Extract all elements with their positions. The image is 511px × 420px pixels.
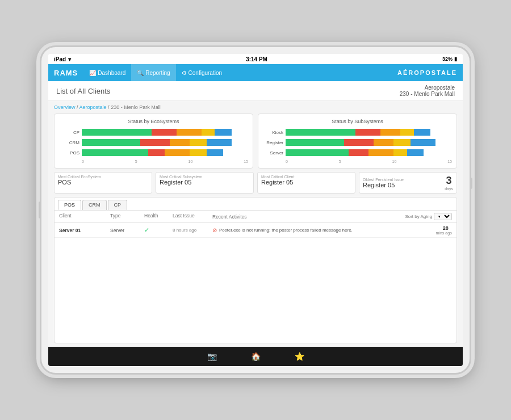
tablet-volume-button[interactable] bbox=[470, 178, 472, 189]
reporting-icon: 🔍 bbox=[137, 70, 144, 76]
bar-register bbox=[286, 139, 452, 146]
bar-crm-red bbox=[140, 139, 170, 146]
metric-oldest-issue: Oldest Persistent Issue Register 05 3 da… bbox=[359, 172, 457, 194]
ipad-label: iPad bbox=[54, 56, 66, 62]
bar-label-register: Register bbox=[263, 140, 283, 145]
metrics-row: Most Critical EcoSystem POS Most Critica… bbox=[54, 172, 457, 194]
nav-dashboard[interactable]: 📈 Dashboard bbox=[83, 64, 131, 81]
nav-dashboard-label: Dashboard bbox=[98, 70, 125, 76]
battery-label: 32% bbox=[442, 56, 453, 62]
row-type: Server bbox=[110, 228, 144, 233]
chart-subsystems: Status by SubSystems Kiosk bbox=[258, 114, 457, 169]
breadcrumb-location: 230 - Menlo Park Mall bbox=[111, 104, 161, 110]
bar-row-kiosk: Kiosk bbox=[263, 129, 452, 136]
bar-crm-blue bbox=[207, 139, 232, 146]
metric-client-value: Register 05 bbox=[261, 179, 351, 186]
header-bar: List of All Clients Aeropostale 230 - Me… bbox=[48, 81, 463, 101]
metric-critical-client: Most Critical Client Register 05 bbox=[257, 172, 355, 194]
bar-cp-yellow bbox=[202, 129, 215, 136]
camera-icon[interactable]: 📷 bbox=[207, 352, 217, 361]
breadcrumb-overview[interactable]: Overview bbox=[54, 104, 76, 110]
tabs-section: POS CRM CP Client Type Health Last Issue… bbox=[54, 197, 457, 343]
chart-ecosystems-title: Status by EcoSystems bbox=[59, 119, 248, 124]
bar-pos-blue bbox=[207, 149, 223, 156]
bar-kiosk bbox=[286, 129, 452, 136]
nav-reporting-label: Reporting bbox=[145, 70, 170, 76]
bar-label-cp: CP bbox=[59, 130, 79, 135]
bar-crm-orange bbox=[170, 139, 190, 146]
bar-kiosk-yellow bbox=[400, 129, 413, 136]
row-client: Server 01 bbox=[59, 228, 110, 233]
wifi-icon: ▾ bbox=[68, 56, 71, 62]
company-name: Aeropostale bbox=[400, 85, 455, 91]
bar-cp-red bbox=[152, 129, 177, 136]
row-activity: ⊘ Poster.exe is not running: the poster … bbox=[212, 225, 452, 235]
bar-server-yellow bbox=[393, 149, 407, 156]
activity-error-icon: ⊘ bbox=[212, 227, 217, 233]
bar-crm-green bbox=[82, 139, 140, 146]
config-icon: ⚙ bbox=[182, 70, 187, 76]
bar-server-blue bbox=[407, 149, 424, 156]
metric-eco-value: POS bbox=[58, 179, 148, 186]
col-header-health: Health bbox=[144, 213, 173, 220]
home-icon[interactable]: 🏠 bbox=[251, 352, 261, 361]
bar-register-orange bbox=[374, 139, 393, 146]
bar-label-server: Server bbox=[263, 150, 283, 156]
nav-reporting[interactable]: 🔍 Reporting bbox=[131, 64, 175, 81]
breadcrumb-aeropostale[interactable]: Aeropostale bbox=[79, 104, 107, 110]
metric-client-label: Most Critical Client bbox=[261, 175, 351, 179]
sort-dropdown[interactable]: ▾ bbox=[434, 213, 452, 220]
tab-cp[interactable]: CP bbox=[108, 200, 128, 210]
metric-sub-value: Register 05 bbox=[160, 179, 250, 186]
status-right: 32% ▮ bbox=[442, 56, 457, 62]
bar-server-green bbox=[286, 149, 349, 156]
x-axis-left: 0 5 10 15 bbox=[82, 159, 248, 163]
x-axis-right: 0 5 10 15 bbox=[286, 159, 452, 163]
bar-row-server: Server bbox=[263, 149, 452, 156]
bar-cp-blue bbox=[215, 129, 231, 136]
activity-time: 28 bbox=[439, 225, 452, 231]
metric-critical-subsystem: Most Critical Subsystem Register 05 bbox=[156, 172, 254, 194]
metric-critical-ecosystem: Most Critical EcoSystem POS bbox=[54, 172, 152, 194]
chart-subsystems-area: Kiosk Register bbox=[263, 129, 452, 163]
activity-label: Recent Activites bbox=[212, 214, 246, 220]
dashboard-icon: 📈 bbox=[89, 70, 96, 76]
bar-server bbox=[286, 149, 452, 156]
bar-kiosk-blue bbox=[414, 129, 430, 136]
tab-crm[interactable]: CRM bbox=[82, 200, 107, 210]
row-health: ✓ bbox=[144, 226, 173, 234]
metric-issue-label: Oldest Persistent Issue bbox=[363, 178, 404, 182]
row-issue: 8 hours ago bbox=[173, 228, 212, 233]
bar-pos-red bbox=[148, 149, 165, 156]
metric-days-count: 3 bbox=[445, 175, 453, 187]
status-left: iPad ▾ bbox=[54, 56, 71, 62]
breadcrumb: Overview / Aeropostale / 230 - Menlo Par… bbox=[54, 104, 457, 110]
activity-text: Poster.exe is not running: the poster pr… bbox=[219, 228, 434, 233]
tablet-side-button[interactable] bbox=[39, 201, 41, 219]
bar-register-green bbox=[286, 139, 344, 146]
bar-pos-yellow bbox=[190, 149, 206, 156]
status-time: 3:14 PM bbox=[246, 56, 267, 62]
bar-crm bbox=[82, 139, 248, 146]
nav-configuration[interactable]: ⚙ Configuration bbox=[176, 64, 228, 81]
tab-pos[interactable]: POS bbox=[58, 200, 81, 210]
metric-eco-label: Most Critical EcoSystem bbox=[58, 175, 148, 179]
bar-pos-green bbox=[82, 149, 148, 156]
bar-label-pos: POS bbox=[59, 150, 79, 156]
nav-brand: RAMS bbox=[54, 69, 78, 77]
chart-subsystems-title: Status by SubSystems bbox=[263, 119, 452, 124]
bar-pos-orange bbox=[165, 149, 190, 156]
metric-issue-value: Register 05 bbox=[363, 182, 404, 188]
bar-kiosk-green bbox=[286, 129, 355, 136]
location-name: 230 - Menlo Park Mall bbox=[400, 91, 455, 97]
bar-kiosk-red bbox=[355, 129, 380, 136]
main-content: Overview / Aeropostale / 230 - Menlo Par… bbox=[48, 101, 463, 347]
favorites-icon[interactable]: ⭐ bbox=[295, 352, 304, 361]
bar-register-blue bbox=[411, 139, 435, 146]
col-header-activity: Recent Activites Sort by Aging ▾ bbox=[212, 213, 452, 220]
chart-ecosystems: Status by EcoSystems CP bbox=[54, 114, 253, 169]
bar-register-red bbox=[344, 139, 374, 146]
bar-label-crm: CRM bbox=[59, 140, 79, 145]
sort-control[interactable]: Sort by Aging ▾ bbox=[405, 213, 452, 220]
bar-cp-green bbox=[82, 129, 152, 136]
